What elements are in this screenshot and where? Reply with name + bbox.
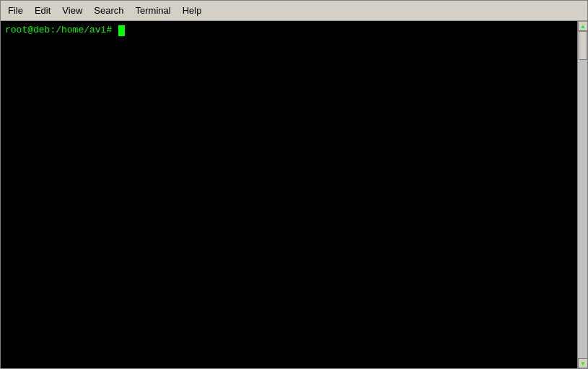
menu-edit[interactable]: Edit [29,3,56,18]
menubar: File Edit View Search Terminal Help [1,1,587,21]
scrollbar-down-button[interactable]: ▼ [578,358,587,368]
terminal-prompt-line: root@deb:/home/avi# [5,24,583,37]
menu-search[interactable]: Search [88,3,129,18]
menu-help[interactable]: Help [177,3,208,18]
menu-terminal[interactable]: Terminal [130,3,177,18]
prompt-text: root@deb:/home/avi# [5,24,118,37]
menu-view[interactable]: View [56,3,88,18]
scrollbar-thumb[interactable] [579,31,587,60]
scrollbar[interactable]: ▲ ▼ [577,21,587,368]
menu-file[interactable]: File [2,3,29,18]
terminal-body[interactable]: root@deb:/home/avi# ▲ ▼ [1,21,587,368]
terminal-window: File Edit View Search Terminal Help root… [0,0,588,369]
scrollbar-up-button[interactable]: ▲ [578,21,587,31]
terminal-cursor [118,25,125,36]
